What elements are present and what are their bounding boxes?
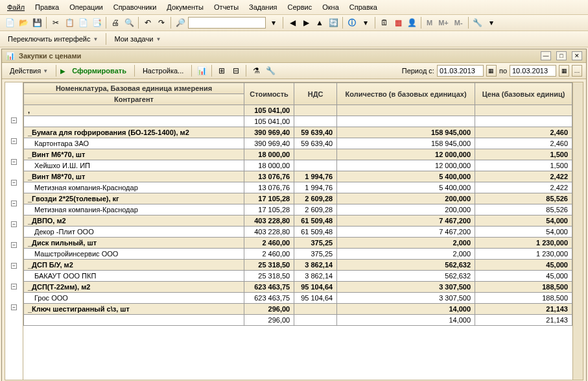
collapse-toggle[interactable]: − bbox=[11, 117, 17, 123]
help-icon[interactable]: ⓘ bbox=[346, 17, 358, 29]
table-row[interactable]: _Винт М8*70, шт13 076,761 994,765 400,00… bbox=[24, 171, 572, 182]
table-row[interactable]: Метизная компания-Краснодар17 105,282 60… bbox=[24, 204, 572, 215]
collapse-toggle[interactable]: − bbox=[11, 201, 17, 206]
menu-edit[interactable]: Правка bbox=[30, 1, 64, 13]
table-row[interactable]: Машстройинсервис ООО2 460,00375,252,0001… bbox=[24, 249, 572, 260]
col-vat[interactable]: НДС bbox=[294, 83, 337, 105]
new-icon[interactable]: 📄 bbox=[4, 17, 16, 29]
nav-back-icon[interactable]: ◀ bbox=[287, 17, 298, 29]
date-from-input[interactable] bbox=[437, 65, 484, 77]
table-row[interactable]: _Гвозди 2*25(толевые), кг17 105,282 609,… bbox=[24, 193, 572, 204]
preview-icon[interactable]: 🔍 bbox=[123, 17, 135, 29]
cell-value bbox=[294, 304, 337, 315]
table-row[interactable]: _Ключ шестигранный с\з, шт296,0014,00021… bbox=[24, 304, 572, 315]
filter-icon[interactable]: ⚗ bbox=[250, 65, 262, 77]
cell-value: 85,526 bbox=[475, 193, 572, 204]
form-button[interactable]: Сформировать bbox=[68, 66, 130, 76]
col-price[interactable]: Цена (базовых единиц) bbox=[475, 83, 572, 105]
tool-icon[interactable]: 🔧 bbox=[265, 65, 276, 77]
dropdown2-icon[interactable]: ▾ bbox=[486, 17, 497, 29]
actions-label: Действия bbox=[10, 67, 41, 75]
menu-directories[interactable]: Справочники bbox=[109, 1, 161, 13]
table-row[interactable]: _Бумага для гофрирования (БО-125-1400), … bbox=[24, 127, 572, 138]
calendar-icon[interactable]: ▦ bbox=[392, 17, 404, 29]
report-grid[interactable]: Номенклатура, Базовая единица измерения … bbox=[23, 82, 572, 380]
collapse-toggle[interactable]: − bbox=[11, 284, 17, 289]
table-row[interactable]: Хейшхо И.Ш. ИП18 000,0012 000,0001,500 bbox=[24, 160, 572, 171]
user-icon[interactable]: 👤 bbox=[406, 17, 417, 29]
save-icon[interactable]: 💾 bbox=[31, 17, 43, 29]
memory-mplus[interactable]: M+ bbox=[436, 19, 451, 27]
table-row[interactable]: _Диск пильный, шт2 460,00375,252,0001 23… bbox=[24, 238, 572, 249]
collapse-toggle[interactable]: − bbox=[11, 138, 17, 144]
menu-windows[interactable]: Окна bbox=[318, 1, 344, 13]
col-qty[interactable]: Количество (в базовых единицах) bbox=[337, 83, 475, 105]
undo-icon[interactable]: ↶ bbox=[142, 17, 154, 29]
expand-icon[interactable]: ⊞ bbox=[216, 65, 228, 77]
menu-service[interactable]: Сервис bbox=[283, 1, 317, 13]
menu-documents[interactable]: Документы bbox=[162, 1, 208, 13]
table-row[interactable]: Декор -Плит ООО403 228,8061 509,487 467,… bbox=[24, 227, 572, 238]
search-go-icon[interactable]: ▾ bbox=[268, 17, 279, 29]
collapse-toggle[interactable]: − bbox=[11, 159, 17, 165]
table-row[interactable]: Метизная компания-Краснодар13 076,761 99… bbox=[24, 182, 572, 193]
date-from-picker[interactable]: ▦ bbox=[486, 65, 497, 77]
dropdown-icon[interactable]: ▾ bbox=[360, 17, 371, 29]
copy-icon[interactable]: 📋 bbox=[64, 17, 75, 29]
table-row[interactable]: БАКАУТ ООО ПКП25 318,503 862,14562,63245… bbox=[24, 271, 572, 282]
wrench-icon[interactable]: 🔧 bbox=[472, 17, 484, 29]
print-icon[interactable]: 🖨 bbox=[110, 17, 121, 29]
menu-file[interactable]: Файл bbox=[3, 1, 29, 13]
actions-dropdown[interactable]: Действия ▼ bbox=[6, 66, 52, 76]
settings-button[interactable]: Настройка... bbox=[139, 66, 187, 76]
paste-icon[interactable]: 📄 bbox=[77, 17, 89, 29]
vertical-scrollbar[interactable] bbox=[572, 82, 583, 380]
collapse-toggle[interactable]: − bbox=[11, 180, 17, 186]
open-icon[interactable]: 📂 bbox=[18, 17, 29, 29]
memory-mminus[interactable]: M- bbox=[453, 19, 465, 27]
table-row[interactable]: ,105 041,00 bbox=[24, 105, 572, 116]
collapse-toggle[interactable]: − bbox=[11, 304, 17, 310]
nav-up-icon[interactable]: ▲ bbox=[314, 17, 325, 29]
redo-icon[interactable]: ↷ bbox=[156, 17, 167, 29]
menu-tasks[interactable]: Задания bbox=[244, 1, 281, 13]
table-row[interactable]: Картонтара ЗАО390 969,4059 639,40158 945… bbox=[24, 138, 572, 149]
chart-icon[interactable]: 📊 bbox=[196, 65, 207, 77]
cell-value: 375,25 bbox=[294, 238, 337, 249]
paste2-icon[interactable]: 📑 bbox=[91, 17, 102, 29]
col-cost[interactable]: Стоимость bbox=[244, 83, 294, 105]
minimize-button[interactable]: — bbox=[541, 51, 551, 60]
table-row[interactable]: 296,0014,00021,143 bbox=[24, 315, 572, 326]
calc-icon[interactable]: 🗓 bbox=[379, 17, 390, 29]
menu-reports[interactable]: Отчеты bbox=[209, 1, 243, 13]
search-input[interactable] bbox=[188, 17, 266, 29]
col-name2[interactable]: Контрагент bbox=[24, 94, 244, 105]
table-row[interactable]: _ДСП Б/У, м225 318,503 862,14562,63245,0… bbox=[24, 260, 572, 271]
collapse-toggle[interactable]: − bbox=[11, 263, 17, 269]
maximize-button[interactable]: □ bbox=[556, 51, 567, 60]
table-row[interactable]: _ДВПО, м2403 228,8061 509,487 467,20054,… bbox=[24, 215, 572, 227]
cut-icon[interactable]: ✂ bbox=[50, 17, 62, 29]
table-row[interactable]: 105 041,00 bbox=[24, 116, 572, 127]
nav-fwd-icon[interactable]: ▶ bbox=[300, 17, 312, 29]
collapse-toggle[interactable]: − bbox=[11, 242, 17, 248]
cell-name: Грос ООО bbox=[24, 293, 244, 304]
table-row[interactable]: Грос ООО623 463,7595 104,643 307,500188,… bbox=[24, 293, 572, 304]
date-to-input[interactable] bbox=[510, 65, 556, 77]
collapse-icon[interactable]: ⊟ bbox=[230, 65, 242, 77]
my-tasks-button[interactable]: Мои задачи ▼ bbox=[112, 34, 163, 44]
cell-value: 2,460 bbox=[475, 138, 572, 149]
memory-m[interactable]: M bbox=[425, 19, 434, 27]
col-name1[interactable]: Номенклатура, Базовая единица измерения bbox=[24, 83, 244, 94]
table-row[interactable]: _ДСП(Т-22мм), м2623 463,7595 104,643 307… bbox=[24, 282, 572, 293]
date-to-picker[interactable]: ▦ bbox=[559, 65, 569, 77]
switch-interface-button[interactable]: Переключить интерфейс ▼ bbox=[5, 34, 100, 44]
refresh-icon[interactable]: 🔄 bbox=[327, 17, 339, 29]
find-icon[interactable]: 🔎 bbox=[174, 17, 186, 29]
collapse-toggle[interactable]: − bbox=[11, 221, 17, 227]
close-button[interactable]: ✕ bbox=[572, 51, 582, 60]
menu-help[interactable]: Справка bbox=[345, 1, 382, 13]
menu-operations[interactable]: Операции bbox=[65, 1, 107, 13]
period-dialog-button[interactable]: … bbox=[572, 65, 582, 77]
table-row[interactable]: _Винт М6*70, шт18 000,0012 000,0001,500 bbox=[24, 149, 572, 160]
